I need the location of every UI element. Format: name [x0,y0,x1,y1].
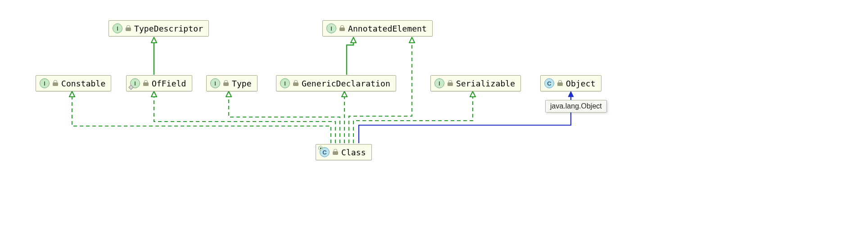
edge-class-to-annotatedelement [349,40,412,143]
interface-icon: I [210,78,220,88]
node-offield[interactable]: I OfField [126,75,192,91]
runnable-overlay-icon [318,146,323,150]
lock-icon [339,25,345,32]
node-label: Constable [61,79,105,88]
generic-overlay-icon [128,85,133,90]
interface-icon: I [113,23,122,33]
node-constable[interactable]: I Constable [36,75,111,91]
node-label: GenericDeclaration [302,79,390,88]
lock-icon [332,149,339,155]
interface-icon: I [434,78,444,88]
node-type[interactable]: I Type [206,75,258,91]
lock-icon [52,80,59,86]
node-label: OfField [152,79,186,88]
tooltip: java.lang.Object [545,100,607,113]
edge-class-to-object [359,94,571,143]
edge-genericdecl-to-annotatedelement [347,40,353,75]
interface-icon: I [280,78,290,88]
interface-icon: I [40,78,50,88]
lock-icon [143,80,149,86]
interface-icon: I [130,78,140,88]
edge-class-to-serializable [353,94,473,143]
node-genericdeclaration[interactable]: I GenericDeclaration [276,75,396,91]
lock-icon [125,25,131,32]
node-typedescriptor[interactable]: I TypeDescriptor [108,20,209,36]
node-class[interactable]: C Class [316,144,372,160]
node-label: Class [341,148,366,157]
node-label: TypeDescriptor [134,24,203,33]
node-annotatedelement[interactable]: I AnnotatedElement [322,20,433,36]
edge-class-to-constable [72,94,331,143]
node-label: AnnotatedElement [348,24,427,33]
interface-icon: I [326,23,336,33]
class-icon: C [320,147,330,157]
node-object[interactable]: C Object [540,75,601,91]
node-label: Type [232,79,252,88]
lock-icon [223,80,229,86]
node-serializable[interactable]: I Serializable [430,75,521,91]
node-label: Serializable [456,79,515,88]
edge-class-to-offield [154,94,335,143]
edge-class-to-type [229,94,340,143]
lock-icon [447,80,453,86]
node-label: Object [566,79,596,88]
tooltip-text: java.lang.Object [550,102,602,110]
lock-icon [293,80,299,86]
lock-icon [557,80,563,86]
class-icon: C [544,78,554,88]
uml-diagram-canvas: I TypeDescriptor I AnnotatedElement I Co… [0,0,868,235]
